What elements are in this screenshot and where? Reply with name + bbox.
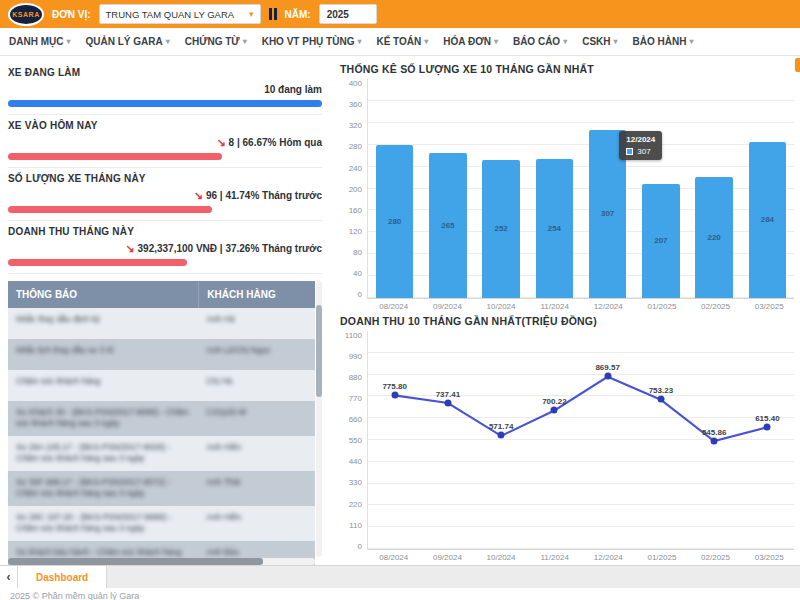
scrollbar-thumb[interactable] [8,558,263,565]
x-tick-label: 01/2025 [635,550,689,565]
y-tick-label: 1100 [345,332,362,340]
line-point[interactable] [391,391,398,398]
bar-11/2024[interactable]: 254 [536,159,573,298]
y-tick-label: 440 [349,458,362,466]
nav-item-9[interactable]: BẢO HÀNH▾ [633,36,694,47]
stat-value: 10 đang làm [8,84,322,95]
point-value-label: 775.80 [382,382,406,391]
nav-item-3[interactable]: CHỨNG TỪ▾ [185,36,247,47]
progress-bar [8,259,187,266]
nav-item-1[interactable]: DANH MỤC▾ [9,36,70,47]
y-tick-label: 120 [349,228,362,236]
right-panel: THỐNG KÊ SỐ LƯỢNG XE 10 THÁNG GẦN NHẤT 4… [330,56,800,565]
nav-item-4[interactable]: KHO VT PHỤ TÙNG▾ [262,36,362,47]
x-tick-label: 08/2024 [367,299,421,314]
bar-value-label: 254 [548,224,561,233]
line-point[interactable] [498,432,505,439]
bar-value-label: 284 [761,215,774,224]
unit-select[interactable]: TRUNG TAM QUAN LY GARA ▾ [99,4,261,24]
chart-tooltip: 12/2024 307 [619,131,662,160]
main-content: XE ĐANG LÀM 10 đang làm XE VÀO HÔM NAY ↘… [0,56,800,565]
bar-value-label: 280 [388,217,401,226]
year-input[interactable]: 2025 [319,4,377,24]
x-tick-label: 09/2024 [421,550,475,565]
bar-01/2025[interactable]: 207 [642,184,679,297]
table-row[interactable]: Xe 29A 105.17 - (BKS-PSN/2017-9029) - Ch… [8,436,315,471]
revenue-chart-card: DOANH THU 10 THÁNG GẦN NHẤT(TRIỆU ĐỒNG) … [340,314,796,566]
y-tick-label: 280 [349,143,362,151]
table-cell: Xe 29A 105.17 - (BKS-PSN/2017-9029) - Ch… [8,436,198,471]
tab-scroll-left-button[interactable]: ‹ [0,566,18,588]
y-tick-label: 0 [358,291,362,299]
stat-title: DOANH THU THÁNG NÀY [8,226,322,237]
y-tick-label: 220 [349,501,362,509]
table-cell: Anh Hiền [198,436,315,471]
nav-item-7[interactable]: BÁO CÁO▾ [513,36,567,47]
bar-chart-y-axis: 40036032028024020016012080400 [340,79,367,299]
nav-item-8[interactable]: CSKH▾ [582,36,617,47]
tab-dashboard[interactable]: Dashboard [18,566,107,588]
x-tick-label: 12/2024 [582,550,636,565]
progress-bar [8,100,322,107]
bar-03/2025[interactable]: 284 [749,142,786,297]
y-tick-label: 770 [349,395,362,403]
line-chart-svg [368,331,794,550]
left-panel: XE ĐANG LÀM 10 đang làm XE VÀO HÔM NAY ↘… [0,56,330,565]
divider-icon [269,8,277,20]
point-value-label: 545.86 [702,428,726,437]
horizontal-scrollbar[interactable] [8,558,315,565]
vertical-scrollbar[interactable] [316,281,322,557]
bar-08/2024[interactable]: 280 [376,145,413,298]
bar-value-label: 207 [654,236,667,245]
table-cell: Chị Hà [198,370,315,401]
y-tick-label: 240 [349,165,362,173]
table-row[interactable]: Xe 29C 197.20 - (BKS-PSN/2017-9999) - Ch… [8,506,315,541]
scrollbar-thumb[interactable] [316,305,322,397]
y-tick-label: 160 [349,207,362,215]
table-cell: Anh Lê/Chị Ngọc [198,339,315,370]
nav-item-2[interactable]: QUẢN LÝ GARA▾ [85,36,169,47]
year-value: 2025 [327,9,349,20]
chevron-down-icon: ▾ [689,37,693,46]
stat-title: XE ĐANG LÀM [8,67,322,78]
line-point[interactable] [551,406,558,413]
line-chart-y-axis: 11009908807706605504403302201100 [340,331,367,551]
chevron-down-icon: ▾ [249,9,254,19]
chevron-down-icon: ▾ [424,37,428,46]
table-row[interactable]: Xe 30F 998.17 - (BKS-PSN/2017-9072) - Ch… [8,471,315,506]
point-value-label: 571.74 [489,422,513,431]
bar-10/2024[interactable]: 252 [482,160,519,298]
nav-item-6[interactable]: HÓA ĐƠN▾ [443,36,498,47]
progress-bar [8,206,212,213]
line-point[interactable] [711,437,718,444]
stat-xe-dang-lam: XE ĐANG LÀM 10 đang làm [8,62,322,115]
bar-02/2025[interactable]: 220 [695,177,732,297]
nav-item-5[interactable]: KẾ TOÁN▾ [376,36,428,47]
y-tick-label: 0 [358,543,362,551]
point-value-label: 615.40 [755,414,779,423]
tooltip-title: 12/2024 [626,135,655,144]
line-point[interactable] [444,399,451,406]
trend-down-icon: ↘ [125,243,134,254]
bar-chart-bars: 280265252254307207220284 [368,79,794,298]
table-row[interactable]: Xe Khách 30 - (BKS-PSN/2017-9089) - Chăm… [8,401,315,436]
edge-panel-button[interactable] [795,58,800,72]
line-point[interactable] [657,396,664,403]
app-logo-icon[interactable]: KSARA [8,3,44,26]
notification-table-body: Nhắc thay dầu định kỳAnh HàNhắc lịch tha… [8,308,315,565]
stat-doanh-thu-thang: DOANH THU THÁNG NÀY ↘ 392,337,100 VNĐ | … [8,221,322,274]
line-point[interactable] [764,423,771,430]
line-point[interactable] [604,373,611,380]
bar-09/2024[interactable]: 265 [429,153,466,298]
y-tick-label: 40 [353,270,362,278]
stat-value: ↘ 8 | 66.67% Hôm qua [8,137,322,148]
table-row[interactable]: Nhắc lịch thay dầu xe ô tôAnh Lê/Chị Ngọ… [8,339,315,370]
table-row[interactable]: Chăm sóc khách hàngChị Hà [8,370,315,401]
bar-chart-x-axis: 08/202409/202410/202411/202412/202401/20… [367,299,796,314]
top-header: KSARA ĐƠN VỊ: TRUNG TAM QUAN LY GARA ▾ N… [0,0,800,28]
x-tick-label: 03/2025 [742,550,796,565]
x-tick-label: 02/2025 [689,550,743,565]
table-row[interactable]: Nhắc thay dầu định kỳAnh Hà [8,308,315,339]
point-value-label: 737.41 [436,389,460,398]
y-tick-label: 80 [353,249,362,257]
